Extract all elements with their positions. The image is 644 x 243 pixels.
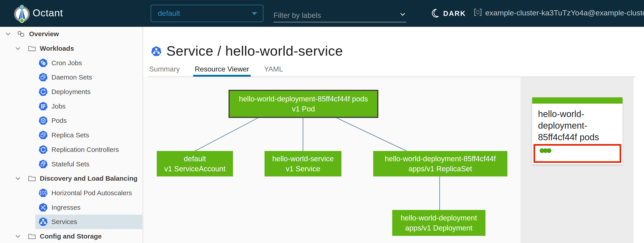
pod-status-dot[interactable] — [547, 148, 552, 153]
deployment-icon — [38, 87, 48, 96]
replicaset-icon — [38, 130, 48, 140]
namespace-dropdown[interactable]: default — [151, 5, 264, 22]
sidebar-navigation: OverviewWorkloadsCron JobsDaemon SetsDep… — [0, 27, 143, 243]
graph-node-serviceaccount[interactable]: defaultv1 ServiceAccount — [157, 151, 233, 176]
card-title: hello-world-deployment-85ff4cf44f pods — [532, 104, 622, 143]
sidebar-item-label: Pods — [52, 117, 67, 124]
sidebar-item-label: Deployments — [52, 88, 90, 96]
sidebar-item-label: Workloads — [40, 45, 74, 52]
node-label-line: hello-world-deployment-85ff4cf44f pods — [239, 94, 368, 104]
sidebar-item-horizontal-pod-autoscalers[interactable]: Horizontal Pod Autoscalers — [0, 186, 143, 200]
tab-bar: SummaryResource ViewerYAML — [148, 63, 296, 77]
namespace-dropdown-value: default — [158, 5, 180, 22]
sidebar-item-config-and-storage[interactable]: Config and Storage — [0, 229, 143, 243]
sidebar-item-label: Discovery and Load Balancing — [40, 175, 138, 182]
node-label-line: apps/v1 Deployment — [405, 223, 472, 233]
node-label-line: v1 ServiceAccount — [164, 164, 226, 174]
pod-icon — [38, 116, 48, 125]
sidebar-item-label: Jobs — [52, 102, 66, 110]
pod-status-highlight — [534, 144, 621, 163]
node-label-line: apps/v1 ReplicaSet — [408, 164, 472, 174]
node-label-line: default — [184, 154, 206, 164]
card-status-accent — [532, 97, 622, 104]
graph-node-service[interactable]: hello-world-servicev1 Service — [264, 151, 342, 176]
label-filter-input[interactable] — [274, 11, 394, 20]
sidebar-item-label: Config and Storage — [40, 233, 102, 240]
moon-icon — [432, 8, 441, 19]
cronjob-icon — [38, 58, 48, 68]
chevron-down-icon[interactable] — [399, 11, 406, 19]
graph-node-pod[interactable]: hello-world-deployment-85ff4cf44f podsv1… — [228, 90, 378, 118]
tab-yaml[interactable]: YAML — [262, 63, 285, 77]
app-title: Octant — [33, 7, 63, 18]
chevron-down-icon[interactable] — [14, 175, 22, 182]
sidebar-item-label: Stateful Sets — [52, 160, 90, 168]
dark-theme-label: DARK — [443, 9, 466, 18]
replicationcontroller-icon — [38, 145, 48, 154]
sidebar-item-label: Ingresses — [52, 204, 80, 211]
sidebar-item-label: Horizontal Pod Autoscalers — [52, 189, 132, 197]
node-label-line: v1 Service — [286, 164, 320, 174]
caret-down-icon — [252, 12, 257, 15]
objects-icon — [17, 31, 25, 37]
tab-resource-viewer[interactable]: Resource Viewer — [193, 63, 251, 77]
statefulset-icon — [38, 160, 48, 169]
dark-theme-toggle[interactable]: DARK — [432, 8, 466, 19]
sidebar-item-stateful-sets[interactable]: Stateful Sets — [0, 157, 143, 171]
node-label-line: v1 Pod — [292, 104, 315, 114]
service-icon — [151, 46, 162, 58]
graph-node-deployment[interactable]: hello-world-deploymentapps/v1 Deployment — [392, 210, 486, 236]
sidebar-item-label: Overview — [29, 30, 59, 38]
service-icon — [38, 217, 48, 227]
node-label-line: hello-world-deployment-85ff4cf44f — [385, 154, 496, 164]
sidebar-item-deployments[interactable]: Deployments — [0, 85, 143, 99]
folder-icon — [28, 233, 36, 240]
pod-status-dots — [535, 146, 620, 153]
sidebar-item-cron-jobs[interactable]: Cron Jobs — [0, 56, 143, 70]
sidebar-item-daemon-sets[interactable]: Daemon Sets — [0, 70, 143, 85]
node-label-line: hello-world-service — [272, 154, 334, 164]
sidebar-item-jobs[interactable]: Jobs — [0, 99, 143, 113]
sidebar-item-replication-controllers[interactable]: Replication Controllers — [0, 143, 143, 157]
sidebar-item-discovery-and-load-balancing[interactable]: Discovery and Load Balancing — [0, 171, 143, 186]
chevron-down-icon[interactable] — [14, 45, 22, 52]
job-icon — [38, 102, 48, 111]
cluster-selector[interactable]: example-cluster-ka3TuTzYo4a@example-clus… — [474, 8, 644, 17]
folder-icon — [28, 175, 36, 182]
sidebar-item-ingresses[interactable]: Ingresses — [0, 200, 143, 215]
cluster-icon — [474, 8, 482, 17]
folder-icon — [28, 45, 36, 52]
daemonset-icon — [38, 73, 48, 82]
cluster-context-label: example-cluster-ka3TuTzYo4a@example-clus… — [485, 8, 644, 17]
ingress-icon — [38, 203, 48, 212]
app-header: Octant default DARK example-cluster-ka3T… — [0, 0, 644, 27]
node-label-line: hello-world-deployment — [401, 213, 477, 223]
chevron-down-icon[interactable] — [14, 233, 22, 240]
sidebar-item-overview[interactable]: Overview — [0, 27, 143, 41]
page-title: Service / hello-world-service — [166, 43, 343, 59]
selected-resource-card[interactable]: hello-world-deployment-85ff4cf44f pods — [532, 97, 622, 164]
sidebar-item-replica-sets[interactable]: Replica Sets — [0, 128, 143, 143]
sidebar-item-label: Daemon Sets — [52, 73, 92, 81]
sidebar-item-label: Cron Jobs — [52, 59, 82, 67]
octant-logo-icon — [12, 3, 32, 24]
chevron-down-icon[interactable] — [4, 31, 12, 37]
hpa-icon — [38, 188, 48, 198]
sidebar-item-label: Replica Sets — [52, 131, 89, 139]
sidebar-item-pods[interactable]: Pods — [0, 113, 143, 128]
tab-summary[interactable]: Summary — [148, 63, 181, 77]
sidebar-item-label: Replication Controllers — [52, 146, 119, 153]
label-filter — [274, 7, 406, 22]
sidebar-item-services[interactable]: Services — [0, 215, 143, 229]
sidebar-item-workloads[interactable]: Workloads — [0, 41, 143, 56]
sidebar-item-label: Services — [52, 218, 77, 226]
graph-node-replicaset[interactable]: hello-world-deployment-85ff4cf44fapps/v1… — [373, 151, 507, 176]
